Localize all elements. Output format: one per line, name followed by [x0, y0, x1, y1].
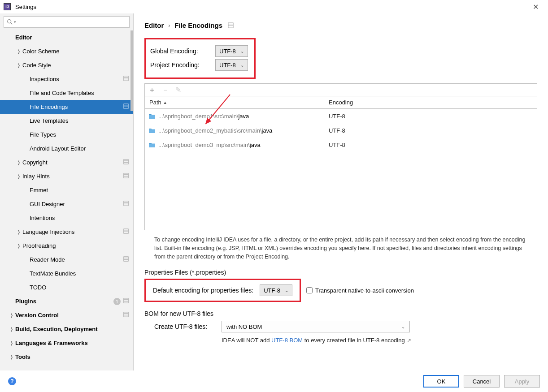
- sidebar-item-label: Language Injections: [22, 228, 123, 235]
- sidebar-item-android-layout-editor[interactable]: Android Layout Editor: [0, 142, 133, 155]
- encoding-cell[interactable]: UTF-8: [324, 127, 537, 134]
- sidebar-item-emmet[interactable]: Emmet: [0, 183, 133, 197]
- sidebar-item-version-control[interactable]: ❯Version Control: [0, 308, 133, 322]
- encoding-table: Path ▲ Encoding ...\springboot_demo1\src…: [144, 96, 537, 230]
- sidebar-item-label: Inlay Hints: [22, 173, 123, 180]
- search-icon: [7, 19, 13, 25]
- sidebar-item-gui-designer[interactable]: GUI Designer: [0, 197, 133, 211]
- sidebar-item-inlay-hints[interactable]: ❯Inlay Hints: [0, 169, 133, 183]
- sidebar-item-proofreading[interactable]: ❯Proofreading: [0, 239, 133, 253]
- external-link-icon: ↗: [407, 337, 411, 344]
- sidebar-item-file-and-code-templates[interactable]: File and Code Templates: [0, 86, 133, 100]
- bom-hint: IDEA will NOT add UTF-8 BOM to every cre…: [144, 337, 537, 344]
- search-input-wrap[interactable]: ▾: [4, 16, 130, 28]
- svg-rect-23: [124, 298, 128, 303]
- breadcrumb-parent[interactable]: Editor: [144, 22, 164, 29]
- dialog-footer: ? OK Cancel Apply: [0, 370, 548, 392]
- column-header-encoding[interactable]: Encoding: [324, 96, 537, 108]
- project-scope-icon: [228, 22, 234, 28]
- project-encoding-label: Project Encoding:: [150, 61, 215, 69]
- apply-button[interactable]: Apply: [504, 375, 540, 388]
- sidebar-item-label: Intentions: [30, 215, 129, 221]
- close-icon[interactable]: ✕: [526, 3, 544, 11]
- expand-arrow-icon[interactable]: ❯: [17, 63, 21, 68]
- sidebar-item-label: Tools: [15, 353, 129, 360]
- table-row[interactable]: ...\springboot_demo3_mp\src\main\javaUTF…: [145, 138, 537, 152]
- sidebar-item-label: Inspections: [30, 76, 123, 82]
- sidebar-item-languages-frameworks[interactable]: ❯Languages & Frameworks: [0, 336, 133, 350]
- sidebar-item-label: GUI Designer: [30, 201, 123, 207]
- sidebar-item-file-encodings[interactable]: File Encodings: [0, 100, 133, 114]
- sidebar-item-textmate-bundles[interactable]: TextMate Bundles: [0, 267, 133, 280]
- path-cell: ...\springboot_demo2_mybatis\src\main\ja…: [145, 127, 324, 134]
- column-header-path[interactable]: Path ▲: [145, 96, 324, 108]
- sidebar-item-intentions[interactable]: Intentions: [0, 211, 133, 225]
- sidebar-item-inspections[interactable]: Inspections: [0, 72, 133, 86]
- expand-arrow-icon[interactable]: ❯: [10, 354, 13, 359]
- global-encoding-combo[interactable]: UTF-8 ⌄: [215, 45, 248, 57]
- remove-button[interactable]: －: [162, 86, 169, 94]
- help-button[interactable]: ?: [8, 377, 16, 385]
- settings-tree[interactable]: Editor❯Color Scheme❯Code StyleInspection…: [0, 30, 133, 370]
- project-scope-icon: [123, 159, 129, 166]
- expand-arrow-icon[interactable]: ❯: [17, 243, 21, 248]
- app-icon: IJ: [4, 3, 11, 10]
- sidebar-item-label: Code Style: [22, 62, 129, 69]
- path-cell: ...\springboot_demo1\src\main\java: [145, 113, 324, 120]
- utf8-bom-link[interactable]: UTF-8 BOM: [271, 337, 303, 344]
- scrollbar-thumb[interactable]: [130, 30, 133, 111]
- sidebar-item-copyright[interactable]: ❯Copyright: [0, 155, 133, 169]
- sidebar-item-live-templates[interactable]: Live Templates: [0, 114, 133, 128]
- window-title: Settings: [15, 4, 526, 10]
- svg-rect-20: [124, 257, 128, 261]
- checkbox-input[interactable]: [306, 287, 313, 293]
- encoding-cell[interactable]: UTF-8: [324, 113, 537, 120]
- expand-arrow-icon[interactable]: ❯: [17, 229, 21, 234]
- edit-button[interactable]: ✎: [175, 86, 181, 94]
- bom-combo[interactable]: with NO BOM ⌄: [222, 321, 410, 332]
- svg-rect-14: [124, 201, 128, 206]
- svg-point-0: [8, 20, 11, 23]
- expand-arrow-icon[interactable]: ❯: [10, 340, 13, 345]
- sidebar-item-code-style[interactable]: ❯Code Style: [0, 58, 133, 72]
- sidebar-item-build-execution-deployment[interactable]: ❯Build, Execution, Deployment: [0, 322, 133, 336]
- properties-encoding-combo[interactable]: UTF-8 ⌄: [260, 284, 292, 296]
- properties-encoding-label: Default encoding for properties files:: [153, 287, 253, 294]
- project-encoding-combo[interactable]: UTF-8 ⌄: [215, 59, 248, 71]
- expand-arrow-icon[interactable]: ❯: [17, 160, 21, 165]
- expand-arrow-icon[interactable]: ❯: [17, 174, 21, 179]
- sidebar-item-editor[interactable]: Editor: [0, 30, 133, 44]
- sidebar-item-color-scheme[interactable]: ❯Color Scheme: [0, 44, 133, 58]
- project-scope-icon: [123, 312, 129, 319]
- sidebar-item-label: Live Templates: [30, 117, 129, 124]
- sidebar-item-todo[interactable]: TODO: [0, 280, 133, 294]
- breadcrumb-separator-icon: ›: [168, 22, 170, 29]
- sidebar-item-label: Languages & Frameworks: [15, 340, 129, 346]
- svg-rect-8: [124, 159, 128, 164]
- expand-arrow-icon[interactable]: ❯: [10, 313, 13, 318]
- sidebar-item-label: Proofreading: [22, 242, 129, 249]
- svg-rect-30: [228, 23, 233, 28]
- expand-arrow-icon[interactable]: ❯: [17, 49, 21, 54]
- sidebar-item-file-types[interactable]: File Types: [0, 128, 133, 142]
- table-row[interactable]: ...\springboot_demo1\src\main\javaUTF-8: [145, 109, 537, 123]
- sidebar-item-tools[interactable]: ❯Tools: [0, 350, 133, 364]
- search-dropdown-chevron-icon[interactable]: ▾: [14, 20, 16, 24]
- svg-rect-5: [124, 104, 128, 108]
- search-input[interactable]: [18, 19, 126, 26]
- ok-button[interactable]: OK: [423, 375, 459, 388]
- sidebar-item-label: TextMate Bundles: [30, 270, 129, 277]
- sidebar-item-label: File and Code Templates: [30, 90, 129, 96]
- encoding-cell[interactable]: UTF-8: [324, 142, 537, 148]
- table-row[interactable]: ...\springboot_demo2_mybatis\src\main\ja…: [145, 123, 537, 138]
- transparent-ascii-checkbox[interactable]: Transparent native-to-ascii conversion: [306, 287, 414, 294]
- sidebar-item-label: File Encodings: [30, 103, 123, 110]
- sidebar-item-plugins[interactable]: Plugins1: [0, 294, 133, 308]
- add-button[interactable]: ＋: [148, 86, 156, 94]
- sidebar-item-reader-mode[interactable]: Reader Mode: [0, 253, 133, 267]
- cancel-button[interactable]: Cancel: [464, 375, 500, 388]
- expand-arrow-icon[interactable]: ❯: [10, 327, 13, 332]
- sidebar-item-language-injections[interactable]: ❯Language Injections: [0, 225, 133, 239]
- project-scope-icon: [123, 76, 129, 82]
- project-scope-icon: [123, 228, 129, 235]
